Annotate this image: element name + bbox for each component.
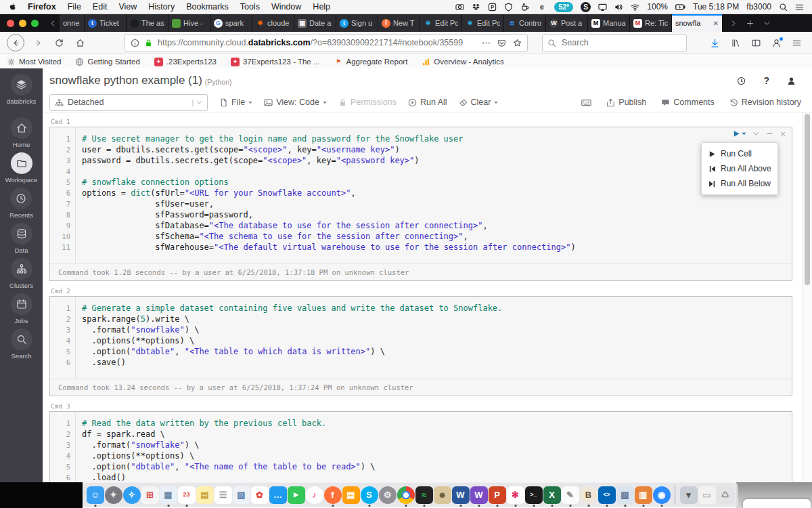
- dock-icon-chrome[interactable]: [397, 486, 415, 504]
- browser-tab-the-as[interactable]: The as: [127, 14, 168, 32]
- new-tab-button[interactable]: [746, 20, 754, 27]
- pocket-icon[interactable]: [497, 39, 506, 47]
- browser-tab-snowfla[interactable]: snowfla✕: [672, 14, 722, 32]
- wifi-icon[interactable]: [631, 3, 639, 12]
- publish-button[interactable]: Publish: [606, 98, 646, 107]
- battery-icon[interactable]: [675, 2, 685, 12]
- dropbox-icon[interactable]: [472, 3, 480, 12]
- sidebar-item-clusters[interactable]: Clusters: [9, 258, 33, 289]
- menubar-clock[interactable]: Tue 5:18 PM: [693, 2, 739, 12]
- cell-code-editor[interactable]: 1# Generate a simple dataset containing …: [50, 297, 792, 379]
- url-bar[interactable]: https://community.cloud.databricks.com/?…: [125, 34, 528, 52]
- browser-tab-sign-u[interactable]: tSign u: [336, 14, 378, 32]
- dock-icon-app-grid[interactable]: ⊞: [141, 486, 159, 504]
- dock-icon-ibooks[interactable]: ▤: [342, 486, 360, 504]
- dock-icon-notes[interactable]: ▤: [196, 486, 214, 504]
- bookmark-37experts123-the-[interactable]: ✦37Experts123 - The ...: [231, 58, 320, 66]
- hamburger-menu-icon[interactable]: [792, 39, 801, 47]
- https-lock-icon[interactable]: [144, 39, 153, 47]
- browser-tab-re-tic[interactable]: MRe: Tic: [630, 14, 671, 32]
- dock-icon-reminders[interactable]: ☰: [215, 486, 232, 504]
- browser-tab-new-t[interactable]: fNew T: [378, 14, 420, 32]
- dock-icon-firefox[interactable]: f: [324, 486, 342, 504]
- dock-icon-finder[interactable]: ☺: [87, 486, 104, 504]
- back-button[interactable]: [7, 34, 24, 51]
- cluster-selector[interactable]: Detached |: [49, 94, 208, 111]
- sidebar-toggle-icon[interactable]: [752, 39, 761, 47]
- bookmark-star-icon[interactable]: [513, 39, 522, 47]
- zoom-window-button[interactable]: [31, 20, 39, 27]
- dock-icon-skype[interactable]: S: [361, 486, 378, 504]
- page-info-icon[interactable]: [131, 39, 139, 47]
- dock-icon-vscode[interactable]: <>: [598, 486, 616, 504]
- user-profile-icon[interactable]: [787, 77, 796, 85]
- browser-tab-date-a[interactable]: ▤Date a: [294, 14, 336, 32]
- sidebar-item-workspace[interactable]: Workspace: [5, 152, 37, 184]
- dock-icon-facetime[interactable]: ▶: [288, 486, 305, 504]
- browser-tab-hive-[interactable]: Hive -: [168, 14, 210, 32]
- file-menu-button[interactable]: File: [219, 98, 252, 107]
- forward-button[interactable]: [30, 35, 45, 50]
- reload-button[interactable]: [51, 35, 66, 50]
- dock-icon-excel[interactable]: X: [543, 486, 561, 504]
- dock-icon-textedit[interactable]: ✎: [562, 486, 579, 504]
- close-window-button[interactable]: [7, 20, 14, 27]
- weather-pill[interactable]: 52°: [554, 2, 573, 12]
- sidebar-item-data[interactable]: Data: [11, 223, 32, 254]
- evernote-icon[interactable]: e: [537, 2, 547, 12]
- menubar-menu-firefox[interactable]: Firefox: [28, 2, 56, 12]
- cell-code-editor[interactable]: 1# Read the data written by the previous…: [50, 412, 792, 494]
- menubar-menu-edit[interactable]: Edit: [93, 2, 108, 12]
- menu-item-run-all-below[interactable]: Run All Below: [702, 176, 777, 191]
- view-menu-button[interactable]: View: Code: [264, 98, 327, 107]
- tab-close-icon[interactable]: ✕: [713, 20, 719, 27]
- dock-icon-office-w[interactable]: W: [470, 486, 488, 504]
- spotlight-icon[interactable]: [779, 3, 788, 12]
- airplay-icon[interactable]: [598, 3, 607, 12]
- clear-menu-button[interactable]: Clear: [459, 98, 499, 107]
- dock-icon-documents-stack[interactable]: ▭: [698, 486, 716, 504]
- search-input[interactable]: [560, 37, 681, 48]
- dock-icon-ruler-app[interactable]: ▥: [635, 486, 652, 504]
- bookmark-aggregate-report[interactable]: ⚑Aggregate Report: [334, 58, 408, 66]
- browser-tab-spark[interactable]: Gspark: [210, 14, 252, 32]
- parallels-icon[interactable]: [488, 3, 497, 12]
- menubar-menu-help[interactable]: Help: [313, 2, 330, 12]
- browser-tab-edit-po[interactable]: ✻Edit Po: [462, 14, 503, 32]
- skype-menubar-icon[interactable]: S: [581, 2, 591, 12]
- bookmark-overview-analytics[interactable]: Overview - Analytics: [422, 58, 504, 66]
- scrollbar-thumb[interactable]: [805, 114, 810, 285]
- menubar-menu-tools[interactable]: Tools: [240, 2, 260, 12]
- dock-icon-dbeaver[interactable]: B: [580, 486, 597, 504]
- menubar-menu-view[interactable]: View: [118, 2, 137, 12]
- dock-icon-safari[interactable]: ✧: [123, 486, 141, 504]
- notification-center-icon[interactable]: [795, 3, 804, 12]
- caffeine-icon[interactable]: [520, 3, 529, 12]
- home-button[interactable]: [72, 35, 87, 50]
- page-actions-icon[interactable]: [482, 39, 491, 47]
- firefox-account-icon[interactable]: [772, 39, 781, 47]
- dock-icon-messages[interactable]: …: [269, 486, 287, 504]
- sidebar-item-recents[interactable]: Recents: [9, 188, 33, 219]
- dock-icon-word[interactable]: W: [452, 486, 470, 504]
- menubar-menu-window[interactable]: Window: [271, 2, 301, 12]
- bookmark--23experts123[interactable]: ✦.23Experts123: [154, 58, 217, 66]
- run-all-button[interactable]: Run All: [408, 98, 447, 107]
- tab-scroll-right-icon[interactable]: [729, 20, 737, 27]
- minimize-window-button[interactable]: [19, 20, 26, 27]
- dock-icon-downloads-folder[interactable]: ▾: [680, 486, 698, 504]
- cell-code-editor[interactable]: 1# Use secret manager to get the login n…: [50, 127, 792, 263]
- tab-list-dropdown-icon[interactable]: [763, 20, 771, 27]
- dock-icon-contacts[interactable]: ☻: [434, 486, 451, 504]
- dock-icon-photos[interactable]: ✿: [251, 486, 269, 504]
- dock-icon-calendar[interactable]: 23: [178, 486, 196, 504]
- sidebar-item-search[interactable]: Search: [11, 329, 32, 360]
- sidebar-item-databricks[interactable]: databricks: [7, 74, 36, 105]
- revision-history-button[interactable]: Revision history: [729, 98, 801, 107]
- dock-icon-preview[interactable]: ▦: [160, 486, 177, 504]
- dock-icon-image-tool[interactable]: ▧: [616, 486, 634, 504]
- permissions-button[interactable]: Permissions: [338, 98, 397, 107]
- menubar-menu-bookmarks[interactable]: Bookmarks: [186, 2, 229, 12]
- shield-icon[interactable]: [504, 3, 513, 12]
- sidebar-item-jobs[interactable]: Jobs: [11, 293, 32, 324]
